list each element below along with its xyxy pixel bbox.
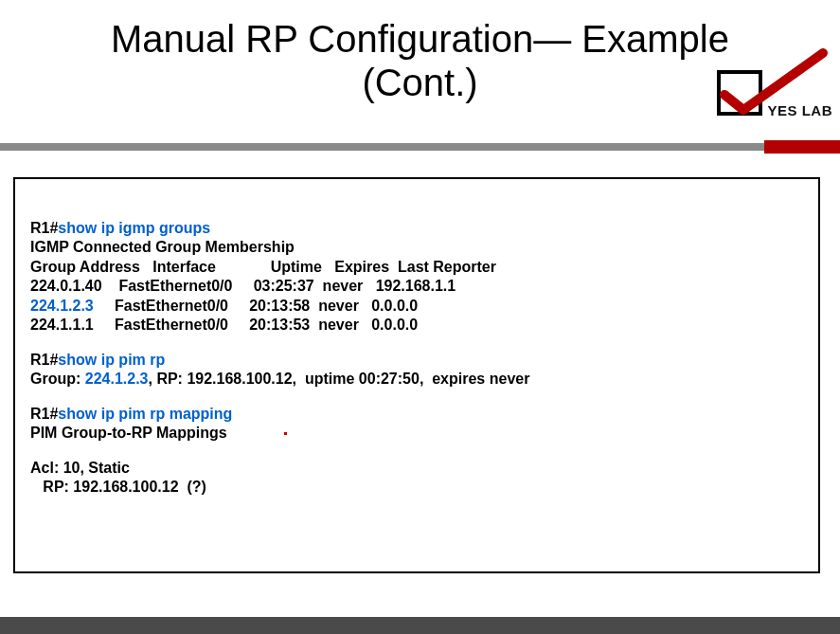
slide-title-line1: Manual RP Configuration— Example (111, 18, 729, 60)
slide-title: Manual RP Configuration— Example (Cont.) (0, 17, 840, 104)
title-divider (0, 140, 840, 154)
red-dot-icon (284, 432, 287, 435)
cli-output-box: R1#show ip igmp groupsIGMP Connected Gro… (13, 177, 820, 573)
yeslab-logo-text: YES LAB (767, 102, 832, 118)
cli-prompt: R1# (30, 220, 58, 236)
rp-map-line: RP: 192.168.100.12 (?) (30, 478, 805, 497)
acl-line: Acl: 10, Static (30, 459, 805, 478)
pim-map-header: PIM Group-to-RP Mappings (30, 424, 805, 443)
cli-cmd-pim-rp: show ip pim rp (58, 352, 165, 368)
igmp-columns: Group Address Interface Uptime Expires L… (30, 258, 805, 277)
pim-rp-line: Group: 224.1.2.3, RP: 192.168.100.12, up… (30, 370, 805, 389)
igmp-row: 224.1.2.3 FastEthernet0/0 20:13:58 never… (30, 297, 805, 316)
bottom-bar (0, 617, 840, 634)
igmp-group-address: 224.0.1.40 (30, 278, 118, 294)
igmp-group-address: 224.1.1.1 (30, 317, 115, 333)
cli-cmd-pim-rp-mapping: show ip pim rp mapping (58, 406, 232, 422)
igmp-row: 224.0.1.40 FastEthernet0/0 03:25:37 neve… (30, 277, 805, 296)
slide-title-line2: (Cont.) (362, 62, 477, 103)
igmp-rows: 224.0.1.40 FastEthernet0/0 03:25:37 neve… (30, 277, 805, 335)
igmp-header: IGMP Connected Group Membership (30, 238, 805, 257)
cli-cmd-igmp: show ip igmp groups (58, 220, 210, 236)
igmp-row: 224.1.1.1 FastEthernet0/0 20:13:53 never… (30, 316, 805, 335)
igmp-group-address: 224.1.2.3 (30, 298, 115, 314)
